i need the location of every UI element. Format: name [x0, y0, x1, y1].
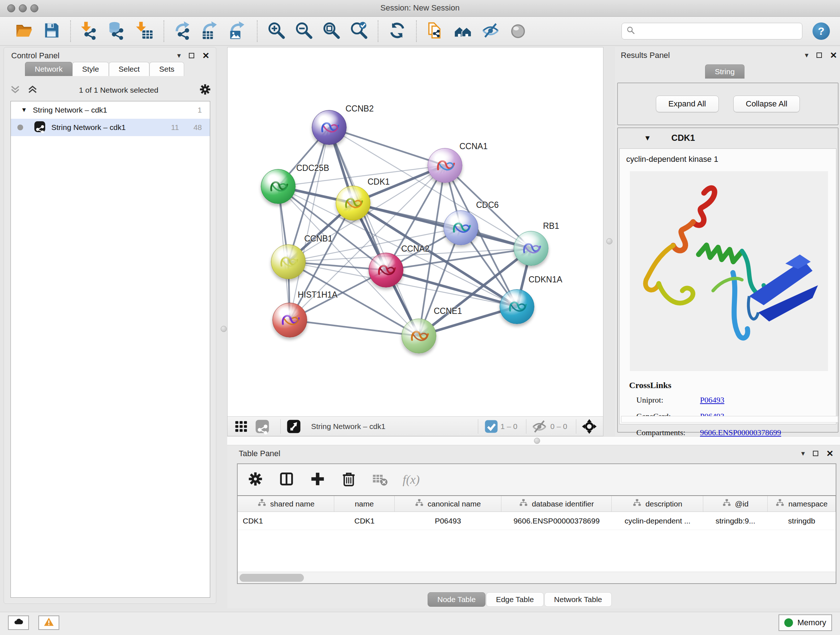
results-panel-float-icon[interactable]: [816, 52, 822, 58]
zoom-out-button[interactable]: [294, 21, 314, 42]
search-box[interactable]: [622, 23, 802, 40]
scrollbar-thumb[interactable]: [240, 574, 304, 582]
help-button[interactable]: ?: [813, 22, 830, 40]
delete-table-icon: [371, 470, 388, 489]
section-collapse-triangle-icon[interactable]: ▼: [644, 134, 651, 142]
network-options-gear-icon[interactable]: [199, 83, 212, 97]
results-panel-collapse-icon[interactable]: ▾: [805, 51, 808, 59]
column-header-namespace[interactable]: namespace: [767, 496, 836, 511]
cloud-button[interactable]: [8, 616, 29, 630]
network-canvas[interactable]: CCNB2CCNA1CDC25BCDK1CDC6RB1CCNB1CCNA2CDK…: [227, 48, 603, 416]
node-label-cdkn1a: CDKN1A: [529, 275, 562, 285]
network-view-panel: CCNB2CCNA1CDC25BCDK1CDC6RB1CCNB1CCNA2CDK…: [227, 47, 603, 436]
tab-network-table[interactable]: Network Table: [545, 592, 612, 607]
tab-edge-table[interactable]: Edge Table: [486, 592, 544, 607]
fit-selected-crosshair-icon[interactable]: [581, 418, 597, 434]
crosslink-link[interactable]: P06493: [700, 395, 724, 405]
table-horizontal-scrollbar[interactable]: [238, 572, 836, 583]
birdseye-view-icon[interactable]: [286, 418, 302, 434]
node-label-cdc25b: CDC25B: [296, 163, 329, 173]
network-overview-icon[interactable]: [254, 418, 270, 434]
network-node-ccna2[interactable]: [369, 253, 403, 287]
import-table-from-file-button[interactable]: [134, 21, 155, 42]
hide-selected-button[interactable]: [480, 21, 501, 42]
export-table-button[interactable]: [200, 21, 221, 42]
selected-nodes-checkbox-icon[interactable]: [483, 418, 496, 434]
tab-style[interactable]: Style: [73, 62, 109, 76]
table-options-gear-icon[interactable]: [247, 470, 264, 489]
zoom-in-button[interactable]: [266, 21, 287, 42]
export-image-button[interactable]: [227, 21, 248, 42]
tree-expand-triangle-icon[interactable]: ▼: [21, 106, 27, 114]
collapse-all-button[interactable]: Collapse All: [733, 96, 800, 112]
network-node-cdc25b[interactable]: [261, 169, 295, 204]
table-panel-close-icon[interactable]: ✕: [826, 451, 834, 456]
show-columns-icon[interactable]: [278, 470, 295, 489]
grid-view-icon[interactable]: [233, 418, 249, 434]
control-panel-collapse-icon[interactable]: ▾: [177, 51, 181, 60]
column-label: name: [355, 500, 374, 508]
collapse-all-networks-icon[interactable]: [9, 83, 21, 97]
search-input[interactable]: [638, 27, 798, 35]
import-network-from-database-button[interactable]: [107, 21, 128, 42]
export-network-button[interactable]: [172, 21, 194, 42]
column-header-canonical-name[interactable]: canonical name: [395, 496, 501, 511]
column-header-shared-name[interactable]: shared name: [238, 496, 334, 511]
open-session-button[interactable]: [13, 21, 34, 42]
results-panel-close-icon[interactable]: ✕: [830, 52, 837, 58]
network-tree-row-selected[interactable]: String Network – cdk1 11 48: [11, 119, 210, 136]
import-network-from-file-button[interactable]: [79, 21, 100, 42]
network-node-cdkn1a[interactable]: [500, 289, 534, 324]
column-header-database-identifier[interactable]: database identifier: [501, 496, 612, 511]
save-session-button[interactable]: [41, 21, 62, 42]
tab-select[interactable]: Select: [109, 62, 149, 76]
tab-network[interactable]: Network: [25, 62, 73, 76]
network-node-ccnb2[interactable]: [312, 110, 347, 145]
table-row[interactable]: CDK1CDK1P064939606.ENSP00000378699cyclin…: [238, 512, 836, 530]
crosslink-row: Uniprot:P06493: [629, 395, 781, 405]
tab-sets[interactable]: Sets: [149, 62, 184, 76]
table-panel-float-icon[interactable]: [813, 451, 818, 456]
memory-button[interactable]: Memory: [778, 614, 832, 631]
zoom-fit-button[interactable]: [321, 21, 342, 42]
left-splitter-handle[interactable]: [221, 326, 227, 332]
horizontal-splitter-handle[interactable]: [534, 438, 540, 444]
right-splitter-handle[interactable]: [606, 238, 613, 244]
tab-node-table[interactable]: Node Table: [428, 592, 485, 607]
network-node-cdk1[interactable]: [336, 186, 370, 220]
status-bar: Memory: [0, 612, 840, 635]
column-header-name[interactable]: name: [334, 496, 394, 511]
warnings-button[interactable]: [38, 616, 59, 630]
control-panel-float-icon[interactable]: [189, 53, 194, 58]
network-tree-root-row[interactable]: ▼ String Network – cdk1 1: [11, 101, 210, 119]
apply-preferred-layout-button[interactable]: [387, 21, 408, 42]
expand-all-button[interactable]: Expand All: [656, 96, 719, 112]
column-header-description[interactable]: description: [612, 496, 703, 511]
table-panel-collapse-icon[interactable]: ▾: [801, 449, 805, 458]
network-node-ccnb1[interactable]: [271, 244, 306, 279]
show-glass-ball-button[interactable]: [508, 21, 529, 42]
delete-column-icon[interactable]: [340, 470, 357, 489]
expand-all-networks-icon[interactable]: [27, 83, 39, 97]
toolbar-separator: [378, 20, 378, 42]
hierarchy-icon: [257, 498, 267, 509]
network-node-ccne1[interactable]: [401, 318, 436, 353]
network-node-cdc6[interactable]: [444, 211, 478, 245]
node-label-hist1h1a: HIST1H1A: [298, 290, 338, 300]
zoom-selected-button[interactable]: [348, 21, 369, 42]
duplicate-network-button[interactable]: [425, 21, 446, 42]
column-header--id[interactable]: @id: [703, 496, 767, 511]
network-tree: ▼ String Network – cdk1 1 String Network…: [11, 101, 210, 598]
crosslink-link[interactable]: 9606.ENSP00000378699: [700, 428, 781, 437]
control-panel-close-icon[interactable]: ✕: [202, 53, 210, 58]
tab-string[interactable]: String: [705, 65, 745, 79]
node-label-ccnb2: CCNB2: [346, 104, 374, 114]
network-node-hist1h1a[interactable]: [272, 302, 307, 337]
add-column-icon[interactable]: [309, 470, 326, 489]
results-scroll-strip[interactable]: [621, 416, 838, 423]
network-node-rb1[interactable]: [514, 231, 548, 266]
cdk1-section-header[interactable]: ▼ CDK1: [618, 128, 838, 148]
table-cell: P06493: [395, 512, 501, 530]
network-node-ccna1[interactable]: [428, 148, 462, 183]
string-query-button[interactable]: [453, 21, 474, 42]
